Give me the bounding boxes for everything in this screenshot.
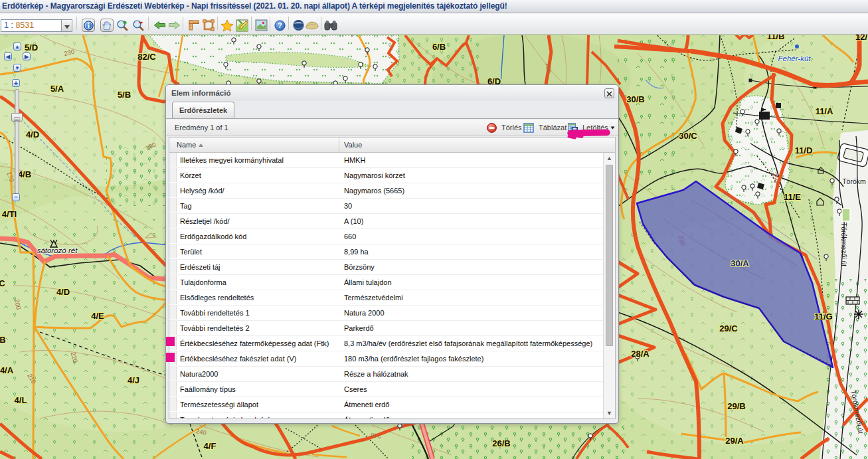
svg-text:?: ? [278, 21, 282, 29]
